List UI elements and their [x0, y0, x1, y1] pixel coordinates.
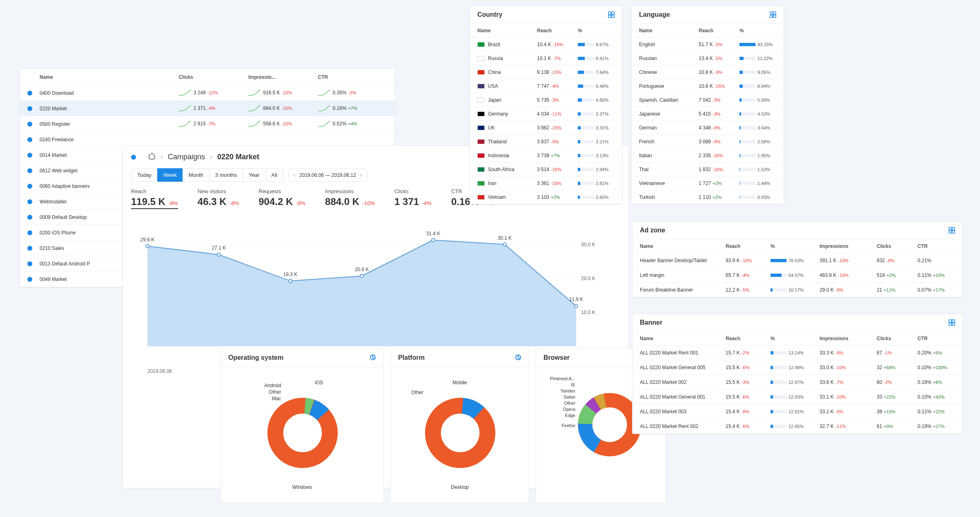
language-row[interactable]: French3 089-9%2.58%	[632, 135, 784, 149]
svg-point-11	[503, 243, 506, 246]
table-row[interactable]: ALL 0220 Market Rent 00115.7 K-2%13.14%3…	[633, 345, 962, 360]
table-row[interactable]: Left margin65.7 K-4%54.97%463.9 K-10%518…	[633, 268, 962, 283]
svg-point-9	[360, 274, 363, 278]
country-row[interactable]: Japan5 735-3%4.80%	[470, 93, 622, 107]
status-dot	[27, 199, 32, 204]
table-row[interactable]: ALL 0220 Market General 00515.5 K-6%12.9…	[633, 360, 962, 375]
country-row[interactable]: South Africa3 514-10%2.94%	[470, 163, 622, 176]
kpi-label: Reach	[131, 188, 178, 194]
country-row[interactable]: China9 138-13%7.64%	[470, 65, 622, 79]
bc-sep: ›	[160, 153, 163, 161]
language-row[interactable]: Chinese10.8 K-9%9.05%	[632, 65, 784, 79]
col-reach: Reach	[699, 28, 739, 33]
table-row[interactable]: ALL 0220 Market 00315.4 K-8%12.91%33.1 K…	[633, 404, 962, 419]
language-row[interactable]: English51.7 K-5%43.25%	[632, 38, 784, 51]
kpi[interactable]: Impressions884.0 K -10%	[325, 188, 375, 209]
table-row[interactable]: Header Banner Desktop/Tablet93.9 K-10%78…	[633, 253, 962, 268]
flag-icon	[477, 42, 485, 47]
grid-icon[interactable]	[949, 227, 955, 234]
svg-text:19.3 K: 19.3 K	[283, 272, 298, 277]
svg-point-6	[146, 245, 149, 248]
svg-text:29.6 K: 29.6 K	[140, 237, 155, 243]
col-pct: %	[739, 28, 776, 33]
table-row[interactable]: Forum Breakline Banner12.2 K-5%10.17%29.…	[633, 283, 962, 297]
country-row[interactable]: Iran3 361-10%2.81%	[470, 176, 622, 190]
country-row[interactable]: Brazil10.4 K-16%8.67%	[470, 38, 622, 51]
period-tab[interactable]: Month	[183, 168, 209, 182]
status-dot	[27, 184, 32, 189]
pie-icon[interactable]	[370, 354, 376, 361]
platform-panel: Platform Mobile Other Desktop	[390, 348, 529, 503]
home-icon[interactable]	[148, 152, 156, 162]
svg-rect-32	[608, 12, 611, 14]
language-row[interactable]: Portuguese10.6 K-15%8.84%	[632, 79, 784, 93]
campaign-row[interactable]: 0500 Register2 915-7%558.6 K-10%0.52%+4%	[20, 116, 395, 132]
svg-text:11.9 K: 11.9 K	[569, 296, 584, 302]
campaign-row[interactable]: 0220 Market1 371-4%884.0 K-10%0.16%+7%	[20, 101, 395, 116]
svg-rect-36	[770, 12, 773, 14]
country-row[interactable]: Russia10.1 K-7%8.41%	[470, 51, 622, 65]
period-tab[interactable]: 3 months	[209, 168, 243, 182]
language-row[interactable]: Italian2 335-16%1.95%	[632, 149, 784, 163]
platform-title: Platform	[398, 354, 425, 361]
kpi-value: 904.2 K -9%	[258, 196, 305, 207]
flag-icon	[477, 111, 485, 116]
country-row[interactable]: Vietnam3 103+2%2.60%	[470, 190, 622, 204]
period-tab[interactable]: Week	[157, 168, 183, 182]
country-row[interactable]: Thailand3 837-9%3.21%	[470, 135, 622, 149]
date-range[interactable]: ‹ 2019.06.06 — 2019.06.12 ›	[288, 169, 367, 182]
table-row[interactable]: ALL 0220 Market General 00115.5 K-6%12.9…	[633, 390, 962, 404]
campaign-row[interactable]: 0400 Download3 249-12%916.5 K-10%0.35%-3…	[20, 85, 395, 101]
svg-rect-46	[949, 323, 951, 325]
col-name: Name	[640, 243, 726, 249]
flag-icon	[477, 98, 485, 103]
table-row[interactable]: ALL 0220 Market 00215.5 K-3%12.97%33.6 K…	[633, 375, 962, 390]
country-row[interactable]: USA7 747-4%6.48%	[470, 79, 622, 93]
col-reach: Reach	[726, 336, 771, 341]
kpi-label: Clicks	[394, 188, 432, 194]
range-prev-icon[interactable]: ‹	[294, 172, 295, 178]
grid-icon[interactable]	[949, 319, 955, 326]
status-dot	[27, 122, 32, 127]
kpi[interactable]: Reach119.5 K -8%	[131, 188, 178, 209]
banner-title: Banner	[640, 319, 662, 326]
kpi[interactable]: Requests904.2 K -9%	[258, 188, 305, 209]
grid-icon[interactable]	[770, 11, 776, 18]
language-row[interactable]: Japanese5 415-3%4.53%	[632, 107, 784, 121]
table-row[interactable]: ALL 0220 Market Rent 00215.4 K-6%12.85%3…	[633, 419, 962, 434]
language-row[interactable]: Thai1 832-10%1.53%	[632, 163, 784, 176]
country-row[interactable]: UK3 962-15%3.31%	[470, 121, 622, 135]
bc-root[interactable]: Campaigns	[168, 153, 205, 161]
svg-rect-37	[773, 12, 776, 14]
os-panel: Operating system Android Other Mac iOS W…	[220, 348, 384, 503]
status-dot	[27, 91, 32, 96]
period-tab[interactable]: All	[265, 168, 283, 182]
col-name: Name	[477, 28, 537, 33]
svg-text:30.0 K: 30.0 K	[581, 242, 595, 247]
svg-text:10.0 K: 10.0 K	[581, 310, 595, 315]
grid-icon[interactable]	[608, 11, 615, 18]
kpi[interactable]: Clicks1 371 -4%	[394, 188, 432, 209]
svg-text:20.8 K: 20.8 K	[355, 267, 369, 272]
period-tab[interactable]: Today	[131, 168, 158, 182]
platform-label-mobile: Mobile	[391, 380, 529, 386]
language-row[interactable]: Vietnamese1 727+2%1.44%	[632, 176, 784, 190]
country-row[interactable]: Indonesia3 739+7%3.13%	[470, 149, 622, 163]
country-row[interactable]: Germany4 034-11%3.37%	[470, 107, 622, 121]
flag-icon	[477, 181, 485, 186]
col-name: Name	[639, 28, 699, 33]
browser-labels-left: Pinterest A... IE Yandex Safari Other Op…	[539, 376, 575, 429]
campaign-name: 0240 Freelance	[40, 137, 179, 143]
language-row[interactable]: German4 348-9%3.64%	[632, 121, 784, 135]
os-label-ios: iOS	[315, 380, 323, 386]
kpi[interactable]: New visitors46.3 K -8%	[198, 188, 239, 209]
svg-text:20.0 K: 20.0 K	[581, 276, 595, 281]
language-row[interactable]: Spanish, Castilian7 042-3%5.89%	[632, 93, 784, 107]
svg-rect-44	[949, 320, 951, 322]
pie-icon[interactable]	[515, 354, 521, 361]
language-row[interactable]: Turkish1 110+2%0.93%	[632, 190, 784, 204]
period-tab[interactable]: Year	[243, 168, 265, 182]
banner-panel: Banner Name Reach % Impressions Clicks C…	[632, 314, 963, 434]
language-row[interactable]: Russian13.4 K-5%11.22%	[632, 51, 784, 65]
range-next-icon[interactable]: ›	[360, 172, 362, 178]
